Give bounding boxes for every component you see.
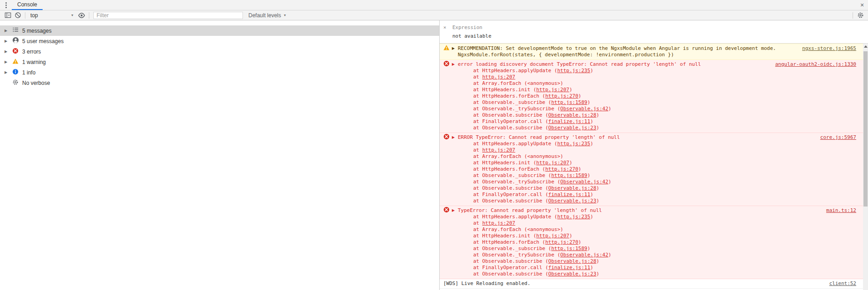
stack-frame-link[interactable]: Observable.js:28 <box>548 258 596 264</box>
source-location-link[interactable]: main.ts:12 <box>826 207 856 214</box>
expand-arrow-icon[interactable]: ▶ <box>452 61 458 68</box>
message-text: ERROR TypeError: Cannot read property 'l… <box>458 134 814 141</box>
expand-arrow-icon[interactable]: ▶ <box>452 207 458 214</box>
expand-arrow-icon[interactable]: ▶ <box>452 45 458 52</box>
stack-frame-link[interactable]: http.js:1589 <box>551 246 587 251</box>
disclosure-triangle-icon[interactable]: ▶ <box>5 29 12 33</box>
stack-frame-link[interactable]: Observable.js:42 <box>560 106 608 112</box>
stack-frame-link[interactable]: Observable.js:28 <box>548 185 596 191</box>
stack-frame-text: at Observable.subscribe ( <box>473 185 548 191</box>
stack-frame-link[interactable]: http.js:270 <box>545 93 578 99</box>
stack-frame-link[interactable]: http.js:207 <box>482 74 515 80</box>
console-message-error[interactable]: ▶ ERROR TypeError: Cannot read property … <box>440 133 868 206</box>
stack-frame-link[interactable]: Observable.js:23 <box>548 198 596 204</box>
filter-input[interactable] <box>93 12 243 19</box>
stack-frame-link[interactable]: http.js:1589 <box>551 172 587 178</box>
stack-frame-text: ) <box>587 246 591 251</box>
stack-frame-link[interactable]: finalize.js:11 <box>548 118 591 124</box>
stack-frame-link[interactable]: http.js:207 <box>482 220 515 226</box>
stack-frame-link[interactable]: finalize.js:11 <box>548 192 591 197</box>
expand-arrow-icon[interactable]: ▶ <box>452 134 458 141</box>
ban-circle-icon <box>15 12 21 19</box>
remove-expression-button[interactable]: × <box>443 25 449 30</box>
stack-frame-link[interactable]: http.js:235 <box>557 214 590 220</box>
stack-frame-link[interactable]: Observable.js:23 <box>548 271 596 277</box>
toggle-console-sidebar-button[interactable] <box>3 11 13 20</box>
source-location-link[interactable]: ngxs-store.js:1965 <box>802 45 856 52</box>
stack-frame-link[interactable]: http.js:207 <box>536 160 569 166</box>
stack-frame-link[interactable]: Observable.js:42 <box>560 252 608 258</box>
console-message-log[interactable]: [WDS] Live Reloading enabled. client:52 <box>440 279 868 289</box>
stack-frame-text: ) <box>587 172 591 178</box>
stack-frame-text: ) <box>569 160 572 166</box>
toolbar-divider <box>25 12 25 19</box>
stack-frame-link[interactable]: http.js:235 <box>557 68 590 74</box>
stack-frame-link[interactable]: http.js:270 <box>545 166 578 172</box>
sidebar-item-no-verbose[interactable]: No verbose <box>0 78 439 88</box>
log-levels-select[interactable]: Default levels ▼ <box>248 12 286 19</box>
main-menu-button[interactable] <box>0 0 12 10</box>
scroll-up-arrow-icon <box>864 45 868 48</box>
context-select-value: top <box>30 12 38 19</box>
sidebar-item-1-info[interactable]: ▶ 1 info <box>0 67 439 78</box>
scrollbar-up-button[interactable] <box>863 44 868 49</box>
stack-frame: at HttpHeaders.init (http.js:207) <box>443 87 856 93</box>
stack-frame-link[interactable]: finalize.js:11 <box>548 265 591 270</box>
stack-frame-link[interactable]: http.js:1589 <box>551 99 587 105</box>
close-devtools-button[interactable]: × <box>856 0 868 10</box>
console-message-error[interactable]: ▶ error loading discovery document TypeE… <box>440 60 868 133</box>
stack-frame-link[interactable]: Observable.js:28 <box>548 112 596 118</box>
message-detail-line: NgxsModule.forRoot(states, { development… <box>443 52 856 58</box>
stack-frame-link[interactable]: http.js:235 <box>557 141 590 147</box>
stack-frame-text: ) <box>596 258 600 264</box>
stack-frame-text: ) <box>578 239 582 245</box>
console-toolbar: top ▼ Default levels ▼ <box>0 10 868 20</box>
console-message-warning[interactable]: ▶ RECOMMENDATION: Set developmentMode to… <box>440 44 868 60</box>
error-icon <box>443 206 450 215</box>
scrollbar-track[interactable] <box>863 44 868 290</box>
stack-frame-link[interactable]: Observable.js:23 <box>548 125 596 131</box>
stack-frame-text: ) <box>590 192 593 197</box>
stack-frame: at HttpHeaders.init (http.js:207) <box>443 160 856 166</box>
sidebar-item-5-user-messages[interactable]: ▶ 5 user messages <box>0 36 439 46</box>
stack-frame-text: ) <box>590 141 593 147</box>
stack-frame-text: ) <box>587 99 591 105</box>
disclosure-triangle-icon[interactable]: ▶ <box>5 70 12 74</box>
source-location-link[interactable]: angular-oauth2-oidc.js:1330 <box>775 61 856 68</box>
stack-frame-link[interactable]: http.js:207 <box>536 233 569 239</box>
stack-frame-link[interactable]: Observable.js:42 <box>560 179 608 185</box>
stack-frame-text: ) <box>608 252 611 258</box>
scrollbar-thumb[interactable] <box>863 51 868 206</box>
stack-frame-text: ) <box>596 185 600 191</box>
source-location-link[interactable]: core.js:5967 <box>820 134 856 141</box>
disclosure-triangle-icon[interactable]: ▶ <box>5 49 12 54</box>
stack-frame-text: at Observable._subscribe ( <box>473 99 551 105</box>
warning-icon <box>12 58 19 66</box>
stack-frame-text: at HttpHeaders.forEach ( <box>473 239 545 245</box>
disclosure-triangle-icon[interactable]: ▶ <box>5 60 12 64</box>
console-message-error[interactable]: ▶ TypeError: Cannot read property 'lengt… <box>440 206 868 279</box>
sidebar-item-5-messages[interactable]: ▶ 5 messages <box>0 25 439 36</box>
message-text: error loading discovery document TypeErr… <box>458 61 769 68</box>
sidebar-item-1-warning[interactable]: ▶ 1 warning <box>0 57 439 67</box>
stack-frame: at HttpHeaders.init (http.js:207) <box>443 233 856 239</box>
javascript-context-select[interactable]: top ▼ <box>28 12 77 19</box>
stack-frame-text: ) <box>590 118 593 124</box>
stack-frame-text: ) <box>590 68 593 74</box>
stack-frame-text: ) <box>608 179 611 185</box>
stack-frame: at FinallyOperator.call (finalize.js:11) <box>443 265 856 271</box>
clear-console-button[interactable] <box>13 11 23 20</box>
disclosure-triangle-icon[interactable]: ▶ <box>5 39 12 43</box>
sidebar-item-3-errors[interactable]: ▶ 3 errors <box>0 46 439 57</box>
source-location-link[interactable]: client:52 <box>829 280 856 287</box>
error-icon <box>12 48 19 56</box>
console-settings-button[interactable] <box>855 11 865 20</box>
stack-frame-link[interactable]: http.js:207 <box>482 147 515 153</box>
stack-frame: at HttpHeaders.forEach (http.js:270) <box>443 166 856 172</box>
stack-frame-link[interactable]: http.js:270 <box>545 239 578 245</box>
tab-console[interactable]: Console <box>12 0 43 10</box>
close-icon: × <box>860 1 864 9</box>
stack-frame-link[interactable]: http.js:207 <box>536 87 569 93</box>
stack-frame-text: ) <box>590 214 593 220</box>
create-live-expression-button[interactable] <box>77 11 87 20</box>
